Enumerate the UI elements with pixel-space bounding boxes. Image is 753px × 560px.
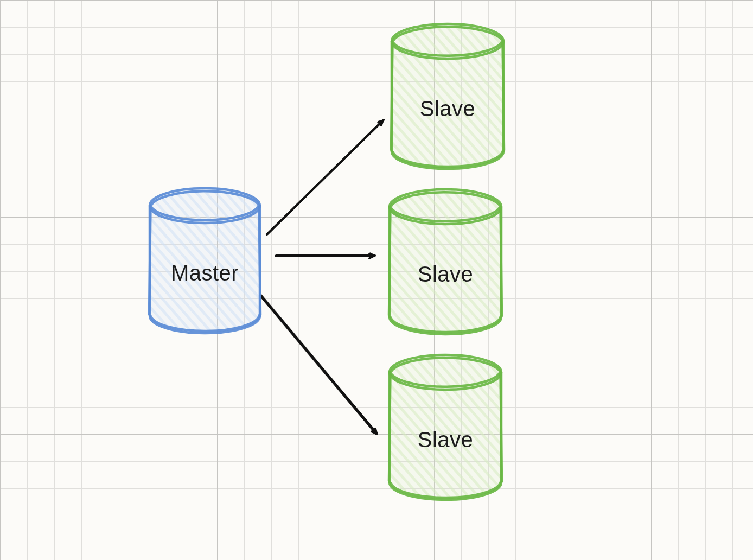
- slave-label: Slave: [386, 262, 505, 287]
- svg-line-32: [251, 188, 378, 333]
- svg-line-174: [618, 355, 745, 500]
- svg-line-133: [637, 189, 753, 334]
- svg-line-83: [571, 24, 698, 169]
- svg-line-172: [598, 355, 725, 500]
- svg-line-8: [17, 188, 144, 333]
- svg-line-53: [278, 24, 405, 169]
- svg-line-161: [491, 355, 618, 500]
- svg-line-82: [561, 24, 688, 169]
- svg-line-132: [628, 189, 753, 334]
- svg-line-5: [261, 295, 377, 434]
- svg-line-122: [530, 189, 657, 334]
- svg-line-173: [608, 355, 735, 500]
- svg-line-175: [628, 355, 753, 500]
- svg-line-169: [569, 355, 696, 500]
- svg-line-120: [510, 189, 637, 334]
- svg-line-1: [267, 120, 384, 234]
- svg-line-90: [640, 24, 753, 169]
- svg-line-137: [257, 355, 384, 500]
- svg-line-50: [249, 24, 376, 169]
- svg-line-168: [559, 355, 686, 500]
- svg-line-6: [0, 188, 124, 333]
- diagram-canvas: Master Slave Slave Slave: [0, 0, 753, 560]
- svg-line-9: [27, 188, 154, 333]
- slave-label: Slave: [388, 97, 507, 121]
- slave-db-cylinder: Slave: [386, 187, 505, 336]
- connection-arrows: [0, 0, 753, 560]
- svg-line-129: [598, 189, 725, 334]
- svg-line-176: [637, 355, 753, 500]
- svg-line-130: [608, 189, 735, 334]
- svg-line-127: [579, 189, 706, 334]
- svg-line-135: [237, 355, 364, 500]
- svg-line-134: [647, 189, 753, 334]
- svg-line-33: [261, 188, 388, 333]
- svg-line-84: [581, 24, 708, 169]
- svg-line-0: [267, 120, 383, 234]
- svg-line-49: [239, 24, 366, 169]
- master-label: Master: [146, 261, 263, 285]
- svg-line-95: [266, 189, 393, 334]
- svg-line-124: [550, 189, 677, 334]
- svg-line-177: [647, 355, 753, 500]
- master-db-cylinder: Master: [146, 186, 263, 335]
- svg-line-164: [520, 355, 647, 500]
- svg-line-85: [591, 24, 718, 169]
- svg-line-167: [550, 355, 677, 500]
- svg-line-80: [542, 24, 669, 169]
- svg-line-170: [579, 355, 706, 500]
- svg-line-87: [610, 24, 737, 169]
- slave-db-cylinder: Slave: [386, 353, 505, 502]
- svg-line-77: [513, 24, 640, 169]
- svg-line-75: [493, 24, 620, 169]
- svg-line-165: [530, 355, 657, 500]
- svg-line-51: [259, 24, 386, 169]
- svg-line-52: [269, 24, 395, 169]
- svg-line-78: [522, 24, 649, 169]
- svg-line-94: [257, 189, 384, 334]
- svg-line-91: [649, 24, 753, 169]
- svg-line-4: [260, 296, 376, 434]
- svg-line-76: [503, 24, 630, 169]
- svg-line-79: [532, 24, 659, 169]
- slave-db-cylinder: Slave: [388, 22, 507, 171]
- svg-line-136: [247, 355, 374, 500]
- svg-line-166: [540, 355, 667, 500]
- svg-line-138: [266, 355, 393, 500]
- svg-line-81: [552, 24, 679, 169]
- svg-line-128: [589, 189, 716, 334]
- svg-line-93: [247, 189, 374, 334]
- svg-line-34: [271, 188, 398, 333]
- svg-line-131: [618, 189, 745, 334]
- svg-line-125: [559, 189, 686, 334]
- svg-line-96: [276, 189, 403, 334]
- svg-line-119: [501, 189, 628, 334]
- svg-line-118: [491, 189, 618, 334]
- svg-line-126: [569, 189, 696, 334]
- svg-line-123: [540, 189, 667, 334]
- svg-line-86: [601, 24, 728, 169]
- svg-line-171: [589, 355, 716, 500]
- slave-label: Slave: [386, 428, 505, 452]
- svg-line-10: [36, 188, 163, 333]
- svg-line-139: [276, 355, 403, 500]
- svg-line-162: [501, 355, 628, 500]
- svg-line-121: [520, 189, 647, 334]
- svg-line-7: [7, 188, 134, 333]
- svg-line-88: [620, 24, 747, 169]
- svg-line-163: [510, 355, 637, 500]
- svg-line-89: [630, 24, 753, 169]
